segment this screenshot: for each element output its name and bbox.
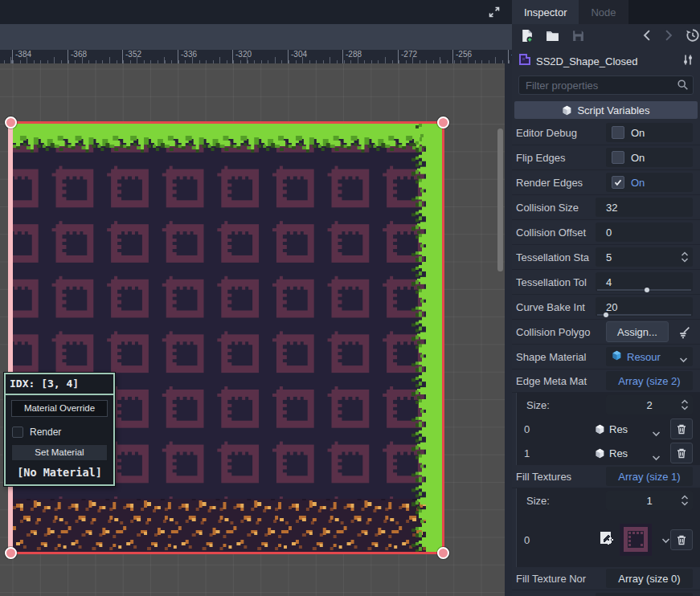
array-size-field[interactable]: 2	[606, 395, 693, 414]
edge-material-popup: IDX: [3, 4] Material Override Render Set…	[4, 373, 115, 486]
resource-cube-icon	[612, 350, 622, 363]
array-item-row: 0 Res	[517, 417, 700, 441]
edited-object-name: SS2D_Shape_Closed	[536, 55, 677, 67]
checkbox-unchecked[interactable]	[612, 126, 624, 139]
trash-icon	[677, 535, 686, 545]
pick-node-icon[interactable]	[677, 325, 691, 341]
fill-textures-array-link[interactable]: Array (size 1)	[606, 467, 693, 486]
assign-collision-polygon-button[interactable]: Assign...	[606, 321, 669, 342]
delete-array-item-button[interactable]	[670, 418, 693, 439]
expand-viewport-icon[interactable]	[488, 6, 501, 18]
section-script-variables[interactable]: Script Variables	[514, 101, 698, 119]
property-row-collision-offset: Collision Offset 0	[512, 220, 700, 245]
history-back-icon[interactable]	[642, 30, 652, 44]
canvas[interactable]: IDX: [3, 4] Material Override Render Set…	[0, 63, 505, 596]
chevron-down-icon[interactable]	[661, 533, 670, 547]
delete-array-item-button[interactable]	[670, 529, 693, 550]
edge-meta-materials-array-link[interactable]: Array (size 2)	[606, 371, 693, 390]
property-row-edge-meta-materials: Edge Meta Mat Array (size 2)	[512, 369, 700, 393]
ruler-label: -368	[68, 50, 87, 63]
property-row-flip-edges: Flip Edges On	[512, 145, 700, 170]
spinner-updown-icon[interactable]	[681, 251, 689, 266]
spinner-updown-icon[interactable]	[681, 398, 689, 414]
checkbox-checked[interactable]	[612, 176, 624, 189]
no-material-label: [No Material]	[6, 466, 113, 479]
shape-material-resource-picker[interactable]: Resour	[606, 347, 693, 366]
load-resource-icon[interactable]	[546, 29, 559, 46]
render-checkbox[interactable]	[12, 427, 23, 438]
flip-edges-checkbox[interactable]: On	[606, 148, 693, 167]
property-row-tessellation-tolerance: Tessellation Tol 4	[512, 270, 700, 295]
property-row-fill-texture-z-index: Fill Texture Z I -10	[512, 590, 700, 596]
inspector-panel: Inspector Node	[512, 0, 700, 596]
shape-point-handle[interactable]	[437, 547, 449, 559]
shape-edge-top[interactable]	[10, 121, 444, 124]
edit-texture-icon[interactable]	[600, 531, 614, 549]
curve-bake-interval-slider[interactable]: 20	[596, 297, 693, 316]
ruler-label: -288	[342, 50, 362, 63]
filter-properties-input[interactable]	[519, 76, 693, 94]
shape-point-handle[interactable]	[5, 116, 17, 129]
slider-grabber[interactable]	[604, 312, 608, 317]
array-item-row: 1 Res	[517, 441, 700, 465]
array-size-field[interactable]: 1	[606, 491, 693, 510]
resource-picker[interactable]: Res	[595, 443, 665, 463]
property-row-fill-texture-normals: Fill Texture Nor Array (size 0)	[512, 567, 700, 590]
material-override-button[interactable]: Material Override	[11, 400, 108, 417]
canvas-vertical-scrollbar[interactable]	[497, 129, 503, 271]
editor-debug-checkbox[interactable]: On	[606, 123, 693, 142]
fill-texture-normals-array-link[interactable]: Array (size 0)	[606, 569, 693, 588]
ruler-label: -336	[178, 50, 197, 63]
shape-edge-right[interactable]	[442, 121, 444, 554]
tab-node[interactable]: Node	[579, 0, 628, 24]
property-row-curve-bake-interval: Curve Bake Int 20	[512, 295, 700, 320]
resource-picker[interactable]: Res	[595, 419, 665, 439]
tessellation-tolerance-slider[interactable]: 4	[596, 272, 693, 292]
save-resource-icon[interactable]	[571, 29, 585, 46]
shape-fill-texture	[13, 124, 442, 552]
checkbox-unchecked[interactable]	[612, 151, 624, 164]
trash-icon	[677, 448, 686, 459]
delete-array-item-button[interactable]	[670, 443, 693, 463]
fill-texture-preview[interactable]	[620, 524, 652, 556]
resource-cube-icon	[595, 448, 605, 459]
extra-resource-options-icon[interactable]	[682, 54, 694, 69]
property-row-editor-debug: Editor Debug On	[512, 120, 700, 145]
inspector-toolbar	[512, 24, 700, 50]
ruler-label: -352	[122, 50, 141, 63]
panel-separator	[505, 63, 512, 596]
collision-size-field[interactable]: 32	[596, 198, 693, 217]
script-variables-icon	[562, 105, 572, 116]
set-material-button[interactable]: Set Material	[11, 444, 108, 461]
search-icon	[677, 79, 689, 94]
new-resource-icon[interactable]	[520, 29, 534, 46]
shape-grass-right-edge	[407, 124, 442, 552]
collision-offset-field[interactable]: 0	[596, 222, 693, 242]
shape-edge-left-selected[interactable]	[8, 121, 13, 554]
object-history-icon[interactable]	[686, 28, 700, 46]
edge-meta-materials-array: Size: 2 0 Res	[516, 393, 700, 465]
ss2d-node-icon	[518, 53, 531, 69]
shape-edge-bottom[interactable]	[10, 552, 444, 554]
slider-grabber[interactable]	[645, 288, 649, 292]
filter-properties-box	[518, 76, 694, 95]
array-item-row: 0	[517, 512, 700, 567]
render-edges-checkbox[interactable]: On	[606, 173, 693, 192]
shape-point-handle[interactable]	[5, 547, 17, 559]
edited-object-row: SS2D_Shape_Closed	[512, 50, 700, 72]
shape-point-handle[interactable]	[437, 116, 449, 129]
property-row-fill-textures: Fill Textures Array (size 1)	[512, 465, 700, 488]
ruler-label: -384	[12, 50, 31, 63]
chevron-down-icon	[652, 450, 661, 464]
property-row-collision-size: Collision Size 32	[512, 195, 700, 220]
tab-inspector[interactable]: Inspector	[512, 0, 579, 24]
spinner-updown-icon[interactable]	[681, 494, 689, 509]
history-forward-icon[interactable]	[664, 30, 673, 44]
godot-editor: -384 -368 -352 -336 -320 -304 -288 -272 …	[0, 0, 700, 596]
shape-grass-top-edge	[13, 124, 442, 161]
tessellation-stages-field[interactable]: 5	[596, 247, 693, 267]
property-row-collision-polygon: Collision Polygo Assign...	[512, 320, 700, 345]
shape-dirt-band	[13, 499, 442, 552]
resource-cube-icon	[595, 424, 605, 435]
fill-texture-z-index-field[interactable]: -10	[596, 593, 693, 596]
